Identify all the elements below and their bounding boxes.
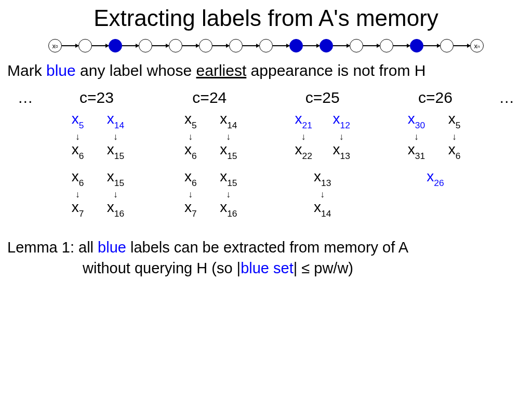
arrow-icon: [303, 45, 320, 46]
term: x12: [327, 111, 356, 130]
column: c=23x5x14↓↓x6x15x6x15↓↓x7x16: [45, 89, 149, 226]
term-row: x6x15: [45, 168, 149, 188]
term: x6: [176, 141, 205, 161]
empty-node: [78, 39, 92, 52]
empty-node: [199, 39, 212, 52]
down-arrow-icon: ↓: [101, 133, 130, 140]
term: x15: [101, 168, 130, 188]
arrow-icon: [152, 45, 169, 46]
term: x31: [402, 141, 431, 161]
empty-node: [169, 39, 182, 52]
empty-node: [229, 39, 243, 52]
text: appearance is not from H: [246, 62, 425, 79]
arrow-icon: [454, 45, 470, 46]
arrow-icon: [393, 45, 410, 46]
term-row: x7x16: [45, 199, 149, 218]
columns-container: … c=23x5x14↓↓x6x15x6x15↓↓x7x16 c=24x5x14…: [0, 89, 532, 226]
term-row: x30x5: [383, 111, 487, 130]
term-row: x6x15: [157, 168, 261, 188]
term-row: x21x12: [271, 111, 375, 130]
blue-node: [109, 39, 122, 52]
arrow-row: ↓: [271, 191, 375, 198]
blue-node: [289, 39, 303, 52]
column: c=25x21x12↓↓x22x13x13↓x14: [271, 89, 375, 226]
single-term: x26: [383, 168, 487, 188]
label-node: x0: [48, 39, 62, 52]
term: x6: [63, 141, 92, 161]
term: x13: [308, 168, 337, 188]
term: x14: [214, 111, 243, 130]
arrow-row: ↓↓: [45, 191, 149, 198]
term: x5: [440, 111, 469, 130]
term: x22: [289, 141, 318, 161]
arrow-icon: [62, 45, 78, 46]
column: c=26x30x5↓↓x31x6x26: [383, 89, 487, 226]
blue-node: [410, 39, 423, 52]
empty-node: [139, 39, 152, 52]
column-header: c=23: [45, 89, 149, 107]
down-arrow-icon: ↓: [440, 133, 469, 140]
text: labels can be extracted from memory of A: [126, 239, 408, 256]
arrow-row: ↓↓: [157, 191, 261, 198]
term: x5: [63, 111, 92, 130]
arrow-row: ↓↓: [383, 133, 487, 140]
ellipsis-left: …: [15, 89, 36, 226]
term-row: x5x14: [157, 111, 261, 130]
arrow-row: ↓↓: [45, 133, 149, 140]
lemma-line2: without querying H (so |blue set| ≤ pw/w…: [7, 258, 532, 278]
term: x16: [214, 199, 243, 218]
column-header: c=26: [383, 89, 487, 107]
text: without querying H (so |: [83, 260, 241, 276]
term: x14: [308, 199, 337, 218]
text: | ≤ pw/w): [294, 260, 353, 276]
arrow-icon: [182, 45, 199, 46]
column-header: c=24: [157, 89, 261, 107]
column: c=24x5x14↓↓x6x15x6x15↓↓x7x16: [157, 89, 261, 226]
down-arrow-icon: ↓: [402, 133, 431, 140]
ellipsis-right: …: [496, 89, 517, 226]
down-arrow-icon: ↓: [101, 191, 130, 198]
term: x6: [440, 141, 469, 161]
down-arrow-icon: ↓: [63, 133, 92, 140]
arrow-row: ↓↓: [157, 133, 261, 140]
term-row: x7x16: [157, 199, 261, 218]
empty-node: [380, 39, 393, 52]
arrow-icon: [212, 45, 229, 46]
term-row: x31x6: [383, 141, 487, 161]
arrow-icon: [273, 45, 289, 46]
down-arrow-icon: ↓: [289, 133, 318, 140]
term: x14: [101, 111, 130, 130]
term: x13: [327, 141, 356, 161]
earliest-word: earliest: [196, 62, 247, 79]
down-arrow-icon: ↓: [176, 133, 205, 140]
text: Mark: [7, 62, 46, 79]
term-row: x6x15: [157, 141, 261, 161]
down-arrow-icon: ↓: [327, 133, 356, 140]
arrow-icon: [243, 45, 259, 46]
slide-title: Extracting labels from A's memory: [0, 0, 532, 31]
blue-word: blue set: [241, 260, 294, 276]
blue-word: blue: [46, 62, 76, 79]
arrow-icon: [363, 45, 380, 46]
term-row: x5x14: [45, 111, 149, 130]
down-arrow-icon: ↓: [308, 191, 337, 198]
term: x16: [101, 199, 130, 218]
term: x7: [63, 199, 92, 218]
mark-instruction: Mark blue any label whose earliest appea…: [7, 62, 532, 79]
term: x7: [176, 199, 205, 218]
term-row: x13: [271, 168, 375, 188]
arrow-icon: [423, 45, 440, 46]
term-row: x22x13: [271, 141, 375, 161]
lemma-text: Lemma 1: all blue labels can be extracte…: [7, 237, 532, 278]
down-arrow-icon: ↓: [63, 191, 92, 198]
term: x15: [214, 141, 243, 161]
arrow-icon: [122, 45, 139, 46]
term: x5: [176, 111, 205, 130]
empty-node: [259, 39, 273, 52]
blue-node: [320, 39, 333, 52]
arrow-icon: [333, 45, 350, 46]
arrow-row: ↓↓: [271, 133, 375, 140]
term: x30: [402, 111, 431, 130]
text: Lemma 1: all: [7, 239, 98, 256]
term-row: x14: [271, 199, 375, 218]
